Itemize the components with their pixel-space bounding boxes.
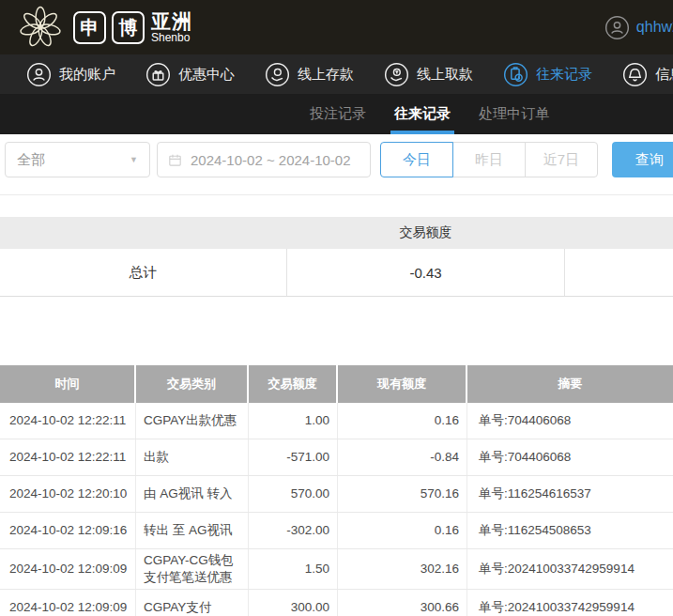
- brand-char-bo: 博: [112, 11, 145, 44]
- summary-header-empty: [0, 217, 286, 249]
- table-row: 2024-10-02 12:20:10由 AG视讯 转入570.00570.16…: [0, 476, 673, 513]
- cell-memo: 单号:704406068: [467, 403, 673, 439]
- main-nav: 我的账户优惠中心线上存款线上取款往来记录信息: [0, 54, 673, 94]
- username[interactable]: qhhw2: [636, 19, 673, 36]
- bell-icon: [622, 62, 648, 87]
- cell-type: 由 AG视讯 转入: [136, 476, 249, 512]
- cell-memo: 单号:704406068: [467, 439, 673, 475]
- nav-item-label: 优惠中心: [178, 66, 235, 84]
- cell-amount: -302.00: [249, 513, 338, 548]
- top-bar: 申 博 亚洲 Shenbo qhhw2: [0, 0, 673, 54]
- summary-header-empty2: [565, 217, 673, 249]
- table-row: 2024-10-02 12:22:11出款-571.00-0.84单号:7044…: [0, 439, 673, 476]
- cell-balance: 570.16: [338, 476, 467, 512]
- cell-time: 2024-10-02 12:09:09: [0, 590, 136, 616]
- summary-header-amount: 交易额度: [286, 217, 565, 249]
- cell-memo: 单号:202410033742959914: [467, 549, 673, 589]
- quick-button-today[interactable]: 今日: [380, 142, 453, 177]
- nav-item-label: 我的账户: [59, 66, 115, 84]
- user-icon: [26, 62, 52, 87]
- records-icon: [503, 62, 528, 87]
- brand-logo[interactable]: 申 博 亚洲 Shenbo: [13, 4, 192, 51]
- withdraw-icon: [384, 62, 409, 87]
- summary-total-label: 总计: [0, 249, 286, 296]
- cell-amount: 300.00: [249, 590, 338, 616]
- brand-region-en: Shenbo: [151, 32, 192, 43]
- chevron-down-icon: ▼: [130, 155, 138, 164]
- type-select[interactable]: 全部 ▼: [5, 142, 150, 177]
- nav-item-account[interactable]: 我的账户: [26, 62, 115, 87]
- nav-item-messages[interactable]: 信息: [622, 62, 673, 87]
- cell-balance: -0.84: [338, 439, 467, 475]
- quick-range-buttons: 今日昨日近7日: [380, 142, 598, 177]
- summary-table: 交易额度 总计 -0.43: [0, 217, 673, 297]
- date-range-input[interactable]: 2024-10-02 ~ 2024-10-02: [157, 142, 371, 177]
- cell-time: 2024-10-02 12:20:10: [0, 476, 136, 512]
- summary-total-row: 总计 -0.43: [0, 249, 673, 297]
- cell-amount: 1.00: [249, 403, 338, 439]
- cell-type: 出款: [136, 439, 249, 475]
- user-menu[interactable]: qhhw2: [604, 15, 673, 40]
- cell-time: 2024-10-02 12:09:09: [0, 549, 136, 589]
- deposit-icon: [265, 62, 290, 87]
- sub-tabs: 投注记录往来记录处理中订单: [0, 94, 673, 134]
- table-body: 2024-10-02 12:22:11CGPAY出款优惠1.000.16单号:7…: [0, 403, 673, 616]
- cell-time: 2024-10-02 12:22:11: [0, 439, 136, 475]
- column-header: 交易类别: [136, 365, 249, 403]
- transactions-table: 时间交易类别交易额度现有额度摘要 2024-10-02 12:22:11CGPA…: [0, 365, 673, 616]
- table-row: 2024-10-02 12:09:16转出 至 AG视讯-302.000.16单…: [0, 513, 673, 549]
- column-header: 现有额度: [338, 365, 467, 403]
- column-header: 摘要: [467, 365, 673, 403]
- filter-bar: 全部 ▼ 2024-10-02 ~ 2024-10-02 今日昨日近7日 查询: [0, 134, 673, 195]
- page: 申 博 亚洲 Shenbo qhhw2 我的账户优惠中心线上存款线上取款往来记录…: [0, 0, 673, 616]
- table-row: 2024-10-02 12:22:11CGPAY出款优惠1.000.16单号:7…: [0, 403, 673, 439]
- table-row: 2024-10-02 12:09:09CGPAY支付300.00300.66单号…: [0, 590, 673, 616]
- quick-button-yesterday[interactable]: 昨日: [452, 142, 526, 177]
- quick-button-last7days[interactable]: 近7日: [525, 142, 598, 177]
- type-select-value: 全部: [17, 151, 45, 169]
- cell-type: 转出 至 AG视讯: [136, 513, 249, 548]
- user-avatar-icon: [604, 15, 630, 40]
- cell-type: CGPAY出款优惠: [136, 403, 249, 439]
- summary-header-row: 交易额度: [0, 217, 673, 249]
- cell-amount: -571.00: [249, 439, 338, 475]
- cell-balance: 300.66: [338, 590, 467, 616]
- cell-memo: 单号:116254616537: [467, 476, 673, 512]
- nav-item-label: 线上存款: [298, 66, 354, 84]
- nav-item-withdraw[interactable]: 线上取款: [384, 62, 473, 87]
- subtab-bet-records[interactable]: 投注记录: [310, 94, 366, 134]
- column-header: 时间: [0, 365, 136, 403]
- brand-char-shen: 申: [73, 11, 106, 44]
- flower-logo-icon: [13, 4, 68, 51]
- cell-memo: 单号:116254508653: [467, 513, 673, 548]
- table-row: 2024-10-02 12:09:09CGPAY-CG钱包支付笔笔送优惠1.50…: [0, 549, 673, 590]
- brand-region-cn: 亚洲: [151, 11, 192, 31]
- cell-memo: 单号:202410033742959914: [467, 590, 673, 616]
- table-header-row: 时间交易类别交易额度现有额度摘要: [0, 365, 673, 403]
- date-range-value: 2024-10-02 ~ 2024-10-02: [191, 152, 351, 168]
- nav-item-label: 往来记录: [536, 66, 592, 84]
- cell-balance: 302.16: [338, 549, 467, 589]
- cell-balance: 0.16: [338, 403, 467, 439]
- cell-time: 2024-10-02 12:22:11: [0, 403, 136, 439]
- cell-type: CGPAY-CG钱包支付笔笔送优惠: [136, 549, 249, 589]
- calendar-icon: [167, 152, 183, 168]
- summary-total-value: -0.43: [286, 249, 565, 296]
- subtab-transaction-records[interactable]: 往来记录: [394, 94, 451, 134]
- nav-item-promotions[interactable]: 优惠中心: [145, 62, 235, 87]
- query-button[interactable]: 查询: [612, 142, 673, 177]
- nav-item-label: 线上取款: [417, 66, 473, 84]
- cell-type: CGPAY支付: [136, 590, 249, 616]
- gift-icon: [145, 62, 171, 87]
- cell-time: 2024-10-02 12:09:16: [0, 513, 136, 548]
- subtab-pending-orders[interactable]: 处理中订单: [479, 94, 549, 134]
- nav-item-label: 信息: [655, 66, 673, 84]
- nav-item-deposit[interactable]: 线上存款: [265, 62, 354, 87]
- nav-item-records[interactable]: 往来记录: [503, 62, 592, 87]
- brand-region: 亚洲 Shenbo: [151, 11, 192, 43]
- cell-amount: 1.50: [249, 549, 338, 589]
- summary-empty-cell: [565, 249, 673, 296]
- cell-amount: 570.00: [249, 476, 338, 512]
- cell-balance: 0.16: [338, 513, 467, 548]
- column-header: 交易额度: [249, 365, 338, 403]
